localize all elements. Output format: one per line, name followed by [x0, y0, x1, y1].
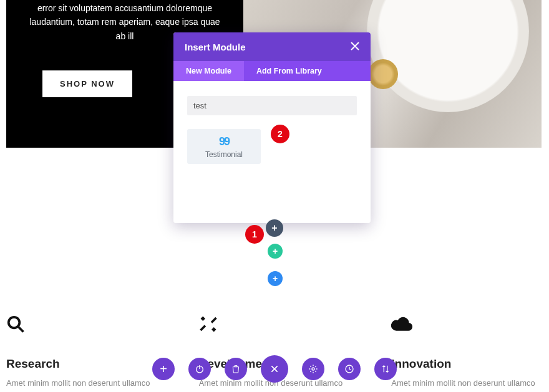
tab-add-from-library[interactable]: Add From Library — [244, 61, 334, 81]
history-button[interactable] — [338, 358, 361, 380]
tools-icon — [199, 315, 351, 338]
tab-new-module[interactable]: New Module — [173, 61, 244, 81]
close-button[interactable] — [261, 355, 288, 383]
trash-icon — [231, 364, 241, 374]
shop-now-button[interactable]: SHOP NOW — [42, 70, 132, 97]
add-section-button-dark[interactable]: + — [266, 219, 283, 237]
close-icon — [351, 42, 359, 50]
power-button[interactable] — [188, 358, 211, 380]
cloud-icon — [391, 315, 543, 338]
search-icon — [6, 315, 158, 338]
settings-button[interactable] — [302, 358, 324, 380]
module-search-input[interactable] — [187, 96, 357, 115]
arrows-icon — [381, 364, 391, 374]
modal-title: Insert Module — [185, 42, 246, 52]
modal-tabs: New Module Add From Library — [173, 61, 371, 81]
plus-icon: + — [160, 362, 167, 376]
gear-icon — [308, 364, 318, 374]
modal-close-button[interactable] — [351, 41, 359, 52]
clock-icon — [344, 364, 354, 374]
callout-badge-1: 1 — [245, 225, 264, 244]
add-row-button-blue[interactable]: + — [268, 271, 283, 286]
quote-icon: 99 — [187, 135, 261, 148]
module-testimonial[interactable]: 99 Testimonial — [187, 129, 261, 164]
svg-point-4 — [312, 368, 314, 370]
add-button[interactable]: + — [152, 358, 175, 380]
sort-button[interactable] — [374, 358, 397, 380]
close-icon — [270, 364, 279, 374]
module-label: Testimonial — [187, 150, 261, 159]
svg-line-1 — [18, 327, 24, 332]
camera-decor — [367, 0, 529, 112]
ring-decor — [368, 59, 398, 89]
callout-badge-2: 2 — [271, 125, 289, 143]
add-section-button-teal[interactable]: + — [268, 244, 283, 259]
power-icon — [195, 364, 205, 374]
svg-point-0 — [9, 317, 20, 328]
page-controls: + — [0, 358, 549, 383]
delete-button[interactable] — [225, 358, 247, 380]
modal-header: Insert Module — [173, 32, 371, 61]
